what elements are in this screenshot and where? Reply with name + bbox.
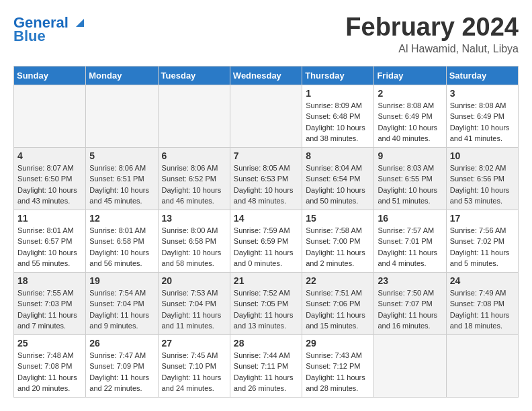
- day-info: Sunrise: 8:01 AM Sunset: 6:57 PM Dayligh…: [17, 225, 82, 269]
- calendar-cell: 17Sunrise: 7:56 AM Sunset: 7:02 PM Dayli…: [446, 210, 518, 272]
- calendar-header-row: SundayMondayTuesdayWednesdayThursdayFrid…: [14, 66, 519, 85]
- calendar-cell: 12Sunrise: 8:01 AM Sunset: 6:58 PM Dayli…: [86, 210, 158, 272]
- day-info: Sunrise: 7:51 AM Sunset: 7:06 PM Dayligh…: [306, 287, 370, 332]
- calendar-cell: 7Sunrise: 8:05 AM Sunset: 6:53 PM Daylig…: [230, 147, 302, 210]
- col-header-thursday: Thursday: [302, 66, 374, 85]
- calendar-cell: 9Sunrise: 8:03 AM Sunset: 6:55 PM Daylig…: [374, 147, 446, 210]
- day-number: 16: [378, 213, 442, 224]
- day-number: 17: [450, 213, 515, 224]
- day-number: 5: [89, 150, 154, 161]
- calendar-cell: 25Sunrise: 7:48 AM Sunset: 7:08 PM Dayli…: [14, 334, 86, 397]
- calendar-cell: 19Sunrise: 7:54 AM Sunset: 7:04 PM Dayli…: [86, 272, 158, 334]
- day-info: Sunrise: 7:45 AM Sunset: 7:10 PM Dayligh…: [162, 350, 226, 394]
- calendar-cell: 8Sunrise: 8:04 AM Sunset: 6:54 PM Daylig…: [302, 147, 374, 210]
- calendar-cell: 18Sunrise: 7:55 AM Sunset: 7:03 PM Dayli…: [14, 272, 86, 334]
- day-number: 9: [378, 150, 442, 161]
- day-info: Sunrise: 7:52 AM Sunset: 7:05 PM Dayligh…: [234, 287, 298, 332]
- day-number: 29: [306, 338, 370, 349]
- day-number: 14: [234, 213, 298, 224]
- calendar-cell: 20Sunrise: 7:53 AM Sunset: 7:04 PM Dayli…: [158, 272, 230, 334]
- day-info: Sunrise: 7:47 AM Sunset: 7:09 PM Dayligh…: [89, 350, 154, 394]
- location-text: Al Hawamid, Nalut, Libya: [345, 43, 519, 55]
- calendar-cell: 28Sunrise: 7:44 AM Sunset: 7:11 PM Dayli…: [230, 334, 302, 397]
- day-number: 20: [162, 275, 226, 286]
- day-info: Sunrise: 8:03 AM Sunset: 6:55 PM Dayligh…: [378, 163, 442, 207]
- calendar-cell: 26Sunrise: 7:47 AM Sunset: 7:09 PM Dayli…: [86, 334, 158, 397]
- day-info: Sunrise: 8:05 AM Sunset: 6:53 PM Dayligh…: [234, 163, 298, 207]
- day-info: Sunrise: 7:59 AM Sunset: 6:59 PM Dayligh…: [234, 225, 298, 269]
- calendar-cell: 14Sunrise: 7:59 AM Sunset: 6:59 PM Dayli…: [230, 210, 302, 272]
- calendar-week-row: 25Sunrise: 7:48 AM Sunset: 7:08 PM Dayli…: [14, 334, 519, 397]
- calendar-cell: [14, 85, 86, 147]
- calendar-week-row: 1Sunrise: 8:09 AM Sunset: 6:48 PM Daylig…: [14, 85, 519, 147]
- day-number: 8: [306, 150, 370, 161]
- calendar-table: SundayMondayTuesdayWednesdayThursdayFrid…: [13, 66, 519, 398]
- day-number: 12: [89, 213, 154, 224]
- day-info: Sunrise: 8:04 AM Sunset: 6:54 PM Dayligh…: [306, 163, 370, 207]
- calendar-cell: 1Sunrise: 8:09 AM Sunset: 6:48 PM Daylig…: [302, 85, 374, 147]
- day-number: 23: [378, 275, 442, 286]
- day-number: 27: [162, 338, 226, 349]
- day-number: 4: [17, 150, 82, 161]
- day-number: 13: [162, 213, 226, 224]
- day-number: 22: [306, 275, 370, 286]
- day-info: Sunrise: 7:44 AM Sunset: 7:11 PM Dayligh…: [234, 350, 298, 394]
- calendar-cell: [374, 334, 446, 397]
- logo: General Blue: [13, 13, 85, 44]
- day-number: 24: [450, 275, 515, 286]
- day-info: Sunrise: 8:06 AM Sunset: 6:51 PM Dayligh…: [89, 163, 154, 207]
- day-info: Sunrise: 8:02 AM Sunset: 6:56 PM Dayligh…: [450, 163, 515, 207]
- calendar-week-row: 18Sunrise: 7:55 AM Sunset: 7:03 PM Dayli…: [14, 272, 519, 334]
- calendar-cell: 3Sunrise: 8:08 AM Sunset: 6:49 PM Daylig…: [446, 85, 518, 147]
- calendar-week-row: 11Sunrise: 8:01 AM Sunset: 6:57 PM Dayli…: [14, 210, 519, 272]
- logo-text-blue: Blue: [13, 28, 46, 44]
- day-number: 11: [17, 213, 82, 224]
- day-info: Sunrise: 7:58 AM Sunset: 7:00 PM Dayligh…: [306, 225, 370, 269]
- month-title: February 2024: [345, 13, 519, 42]
- calendar-cell: 13Sunrise: 8:00 AM Sunset: 6:58 PM Dayli…: [158, 210, 230, 272]
- day-info: Sunrise: 7:43 AM Sunset: 7:12 PM Dayligh…: [306, 350, 370, 394]
- calendar-cell: 4Sunrise: 8:07 AM Sunset: 6:50 PM Daylig…: [14, 147, 86, 210]
- day-info: Sunrise: 7:55 AM Sunset: 7:03 PM Dayligh…: [17, 287, 82, 332]
- calendar-cell: [86, 85, 158, 147]
- calendar-cell: [230, 85, 302, 147]
- day-info: Sunrise: 8:06 AM Sunset: 6:52 PM Dayligh…: [162, 163, 226, 207]
- calendar-week-row: 4Sunrise: 8:07 AM Sunset: 6:50 PM Daylig…: [14, 147, 519, 210]
- col-header-saturday: Saturday: [446, 66, 518, 85]
- calendar-cell: 11Sunrise: 8:01 AM Sunset: 6:57 PM Dayli…: [14, 210, 86, 272]
- col-header-sunday: Sunday: [14, 66, 86, 85]
- day-number: 7: [234, 150, 298, 161]
- calendar-cell: [446, 334, 518, 397]
- day-number: 26: [89, 338, 154, 349]
- day-number: 18: [17, 275, 82, 286]
- day-number: 19: [89, 275, 154, 286]
- day-info: Sunrise: 8:09 AM Sunset: 6:48 PM Dayligh…: [306, 100, 370, 144]
- day-info: Sunrise: 7:56 AM Sunset: 7:02 PM Dayligh…: [450, 225, 515, 269]
- calendar-cell: 5Sunrise: 8:06 AM Sunset: 6:51 PM Daylig…: [86, 147, 158, 210]
- day-info: Sunrise: 8:01 AM Sunset: 6:58 PM Dayligh…: [89, 225, 154, 269]
- day-number: 2: [378, 88, 442, 99]
- col-header-friday: Friday: [374, 66, 446, 85]
- day-number: 1: [306, 88, 370, 99]
- col-header-monday: Monday: [86, 66, 158, 85]
- day-info: Sunrise: 7:57 AM Sunset: 7:01 PM Dayligh…: [378, 225, 442, 269]
- calendar-cell: [158, 85, 230, 147]
- page-header: General Blue February 2024 Al Hawamid, N…: [13, 13, 519, 55]
- day-info: Sunrise: 8:08 AM Sunset: 6:49 PM Dayligh…: [378, 100, 442, 144]
- title-area: February 2024 Al Hawamid, Nalut, Libya: [345, 13, 519, 55]
- calendar-cell: 27Sunrise: 7:45 AM Sunset: 7:10 PM Dayli…: [158, 334, 230, 397]
- day-number: 28: [234, 338, 298, 349]
- day-number: 15: [306, 213, 370, 224]
- day-info: Sunrise: 8:08 AM Sunset: 6:49 PM Dayligh…: [450, 100, 515, 144]
- col-header-wednesday: Wednesday: [230, 66, 302, 85]
- day-info: Sunrise: 8:07 AM Sunset: 6:50 PM Dayligh…: [17, 163, 82, 207]
- calendar-cell: 24Sunrise: 7:49 AM Sunset: 7:08 PM Dayli…: [446, 272, 518, 334]
- calendar-cell: 15Sunrise: 7:58 AM Sunset: 7:00 PM Dayli…: [302, 210, 374, 272]
- calendar-cell: 16Sunrise: 7:57 AM Sunset: 7:01 PM Dayli…: [374, 210, 446, 272]
- day-number: 6: [162, 150, 226, 161]
- calendar-cell: 22Sunrise: 7:51 AM Sunset: 7:06 PM Dayli…: [302, 272, 374, 334]
- day-info: Sunrise: 7:49 AM Sunset: 7:08 PM Dayligh…: [450, 287, 515, 332]
- logo-bird-icon: [71, 15, 85, 30]
- calendar-cell: 23Sunrise: 7:50 AM Sunset: 7:07 PM Dayli…: [374, 272, 446, 334]
- calendar-cell: 2Sunrise: 8:08 AM Sunset: 6:49 PM Daylig…: [374, 85, 446, 147]
